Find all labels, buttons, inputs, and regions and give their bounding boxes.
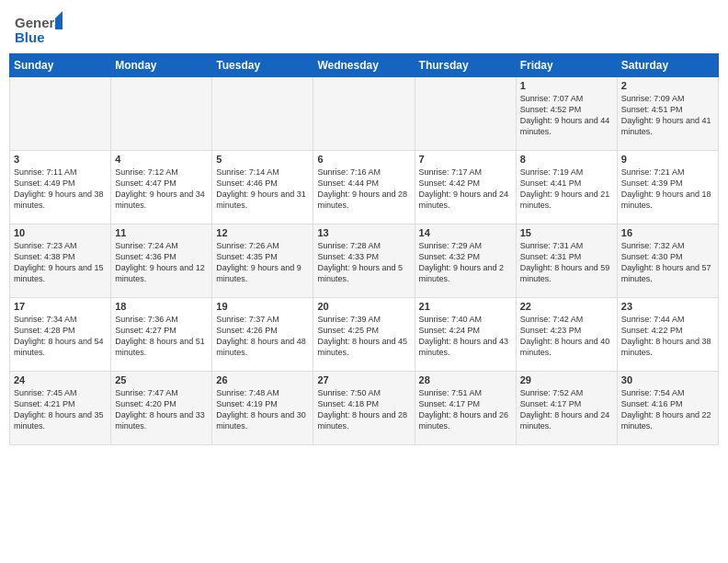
logo: General Blue: [15, 11, 63, 46]
day-info: Sunrise: 7:17 AMSunset: 4:42 PMDaylight:…: [419, 167, 512, 212]
day-of-week-header: Thursday: [415, 54, 516, 77]
calendar-container: SundayMondayTuesdayWednesdayThursdayFrid…: [0, 53, 728, 453]
calendar-cell: 7Sunrise: 7:17 AMSunset: 4:42 PMDaylight…: [415, 151, 516, 224]
day-info: Sunrise: 7:50 AMSunset: 4:18 PMDaylight:…: [317, 387, 410, 432]
calendar-cell: 4Sunrise: 7:12 AMSunset: 4:47 PMDaylight…: [111, 151, 212, 224]
calendar-cell: 8Sunrise: 7:19 AMSunset: 4:41 PMDaylight…: [516, 151, 617, 224]
calendar-table: SundayMondayTuesdayWednesdayThursdayFrid…: [9, 53, 719, 445]
day-number: 22: [520, 301, 613, 312]
calendar-cell: 28Sunrise: 7:51 AMSunset: 4:17 PMDayligh…: [415, 372, 516, 445]
day-number: 21: [419, 301, 512, 312]
calendar-cell: 22Sunrise: 7:42 AMSunset: 4:23 PMDayligh…: [516, 298, 617, 372]
calendar-week-row: 17Sunrise: 7:34 AMSunset: 4:28 PMDayligh…: [10, 298, 719, 372]
calendar-cell: 19Sunrise: 7:37 AMSunset: 4:26 PMDayligh…: [212, 298, 313, 372]
header: General Blue: [0, 0, 728, 53]
day-of-week-header: Sunday: [10, 54, 111, 77]
calendar-cell: 30Sunrise: 7:54 AMSunset: 4:16 PMDayligh…: [617, 372, 718, 445]
calendar-cell: 23Sunrise: 7:44 AMSunset: 4:22 PMDayligh…: [617, 298, 718, 372]
day-info: Sunrise: 7:32 AMSunset: 4:30 PMDaylight:…: [621, 240, 714, 285]
day-number: 3: [14, 154, 107, 165]
day-number: 7: [419, 154, 512, 165]
calendar-cell: 11Sunrise: 7:24 AMSunset: 4:36 PMDayligh…: [111, 224, 212, 298]
calendar-cell: 27Sunrise: 7:50 AMSunset: 4:18 PMDayligh…: [313, 372, 415, 445]
calendar-cell: [111, 77, 212, 151]
day-info: Sunrise: 7:51 AMSunset: 4:17 PMDaylight:…: [419, 387, 512, 432]
calendar-cell: 2Sunrise: 7:09 AMSunset: 4:51 PMDaylight…: [617, 77, 718, 151]
calendar-cell: 25Sunrise: 7:47 AMSunset: 4:20 PMDayligh…: [111, 372, 212, 445]
day-info: Sunrise: 7:12 AMSunset: 4:47 PMDaylight:…: [115, 167, 208, 212]
day-number: 25: [115, 374, 208, 385]
calendar-cell: 21Sunrise: 7:40 AMSunset: 4:24 PMDayligh…: [415, 298, 516, 372]
day-number: 18: [115, 301, 208, 312]
day-info: Sunrise: 7:47 AMSunset: 4:20 PMDaylight:…: [115, 387, 208, 432]
day-info: Sunrise: 7:23 AMSunset: 4:38 PMDaylight:…: [14, 240, 107, 285]
calendar-cell: 12Sunrise: 7:26 AMSunset: 4:35 PMDayligh…: [212, 224, 313, 298]
calendar-week-row: 1Sunrise: 7:07 AMSunset: 4:52 PMDaylight…: [10, 77, 719, 151]
day-info: Sunrise: 7:11 AMSunset: 4:49 PMDaylight:…: [14, 167, 107, 212]
day-number: 24: [14, 374, 107, 385]
day-of-week-header: Monday: [111, 54, 212, 77]
calendar-header-row: SundayMondayTuesdayWednesdayThursdayFrid…: [10, 54, 719, 77]
calendar-week-row: 24Sunrise: 7:45 AMSunset: 4:21 PMDayligh…: [10, 372, 719, 445]
day-info: Sunrise: 7:34 AMSunset: 4:28 PMDaylight:…: [14, 314, 107, 359]
day-number: 12: [216, 227, 309, 238]
day-info: Sunrise: 7:42 AMSunset: 4:23 PMDaylight:…: [520, 314, 613, 359]
day-info: Sunrise: 7:54 AMSunset: 4:16 PMDaylight:…: [621, 387, 714, 432]
calendar-cell: 18Sunrise: 7:36 AMSunset: 4:27 PMDayligh…: [111, 298, 212, 372]
calendar-cell: 14Sunrise: 7:29 AMSunset: 4:32 PMDayligh…: [415, 224, 516, 298]
calendar-cell: 20Sunrise: 7:39 AMSunset: 4:25 PMDayligh…: [313, 298, 415, 372]
svg-text:Blue: Blue: [15, 29, 45, 45]
day-info: Sunrise: 7:21 AMSunset: 4:39 PMDaylight:…: [621, 167, 714, 212]
calendar-cell: 5Sunrise: 7:14 AMSunset: 4:46 PMDaylight…: [212, 151, 313, 224]
day-info: Sunrise: 7:16 AMSunset: 4:44 PMDaylight:…: [317, 167, 410, 212]
day-info: Sunrise: 7:14 AMSunset: 4:46 PMDaylight:…: [216, 167, 309, 212]
calendar-cell: 10Sunrise: 7:23 AMSunset: 4:38 PMDayligh…: [10, 224, 111, 298]
calendar-cell: 9Sunrise: 7:21 AMSunset: 4:39 PMDaylight…: [617, 151, 718, 224]
day-number: 29: [520, 374, 613, 385]
day-info: Sunrise: 7:24 AMSunset: 4:36 PMDaylight:…: [115, 240, 208, 285]
day-number: 20: [317, 301, 410, 312]
day-number: 9: [621, 154, 714, 165]
day-info: Sunrise: 7:52 AMSunset: 4:17 PMDaylight:…: [520, 387, 613, 432]
calendar-cell: [415, 77, 516, 151]
day-number: 6: [317, 154, 410, 165]
day-info: Sunrise: 7:40 AMSunset: 4:24 PMDaylight:…: [419, 314, 512, 359]
day-info: Sunrise: 7:45 AMSunset: 4:21 PMDaylight:…: [14, 387, 107, 432]
day-number: 16: [621, 227, 714, 238]
day-number: 30: [621, 374, 714, 385]
calendar-cell: 24Sunrise: 7:45 AMSunset: 4:21 PMDayligh…: [10, 372, 111, 445]
day-number: 10: [14, 227, 107, 238]
calendar-week-row: 10Sunrise: 7:23 AMSunset: 4:38 PMDayligh…: [10, 224, 719, 298]
day-info: Sunrise: 7:07 AMSunset: 4:52 PMDaylight:…: [520, 93, 613, 138]
day-number: 23: [621, 301, 714, 312]
calendar-cell: [212, 77, 313, 151]
calendar-cell: 15Sunrise: 7:31 AMSunset: 4:31 PMDayligh…: [516, 224, 617, 298]
day-info: Sunrise: 7:31 AMSunset: 4:31 PMDaylight:…: [520, 240, 613, 285]
day-number: 15: [520, 227, 613, 238]
day-number: 4: [115, 154, 208, 165]
day-info: Sunrise: 7:48 AMSunset: 4:19 PMDaylight:…: [216, 387, 309, 432]
calendar-cell: 1Sunrise: 7:07 AMSunset: 4:52 PMDaylight…: [516, 77, 617, 151]
day-of-week-header: Tuesday: [212, 54, 313, 77]
calendar-cell: 13Sunrise: 7:28 AMSunset: 4:33 PMDayligh…: [313, 224, 415, 298]
calendar-cell: 17Sunrise: 7:34 AMSunset: 4:28 PMDayligh…: [10, 298, 111, 372]
day-number: 19: [216, 301, 309, 312]
day-info: Sunrise: 7:36 AMSunset: 4:27 PMDaylight:…: [115, 314, 208, 359]
day-of-week-header: Saturday: [617, 54, 718, 77]
calendar-cell: 29Sunrise: 7:52 AMSunset: 4:17 PMDayligh…: [516, 372, 617, 445]
day-number: 5: [216, 154, 309, 165]
logo-icon: General Blue: [15, 11, 63, 46]
calendar-cell: [313, 77, 415, 151]
day-of-week-header: Friday: [516, 54, 617, 77]
calendar-cell: 3Sunrise: 7:11 AMSunset: 4:49 PMDaylight…: [10, 151, 111, 224]
calendar-cell: 6Sunrise: 7:16 AMSunset: 4:44 PMDaylight…: [313, 151, 415, 224]
day-info: Sunrise: 7:29 AMSunset: 4:32 PMDaylight:…: [419, 240, 512, 285]
day-info: Sunrise: 7:09 AMSunset: 4:51 PMDaylight:…: [621, 93, 714, 138]
calendar-cell: [10, 77, 111, 151]
day-number: 13: [317, 227, 410, 238]
day-number: 8: [520, 154, 613, 165]
day-of-week-header: Wednesday: [313, 54, 415, 77]
day-info: Sunrise: 7:19 AMSunset: 4:41 PMDaylight:…: [520, 167, 613, 212]
day-number: 2: [621, 80, 714, 91]
day-info: Sunrise: 7:26 AMSunset: 4:35 PMDaylight:…: [216, 240, 309, 285]
